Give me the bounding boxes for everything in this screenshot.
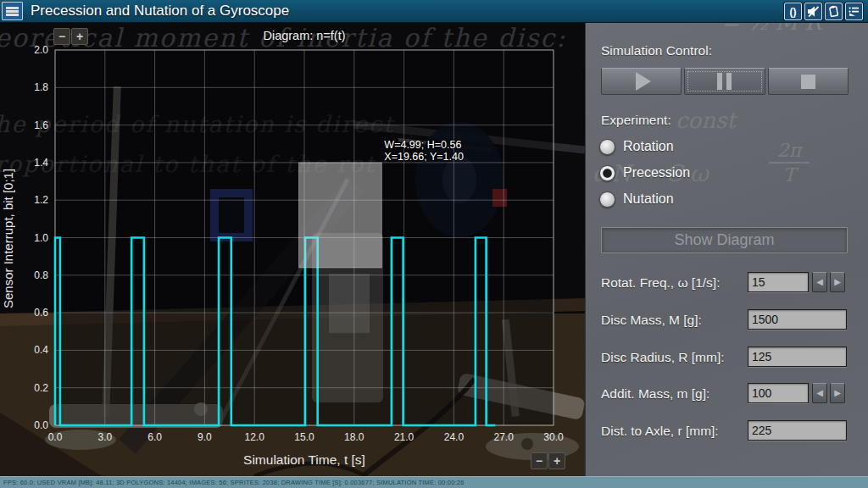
field-row-additional-mass: Addit. Mass, m [g]: ◀ ▶ — [601, 383, 849, 405]
y-tick-label: 0.4 — [34, 344, 48, 356]
radio-label: Precession — [623, 165, 690, 180]
field-label: Disc Radius, R [mm]: — [601, 350, 725, 365]
pause-button[interactable] — [684, 68, 765, 95]
application-window: eoretical moment of inertia of the disc:… — [0, 0, 868, 488]
radio-nutation[interactable]: Nutation — [599, 190, 674, 208]
status-text: FPS: 60.0; USED VRAM [MB]: 48.11; 3D POL… — [0, 477, 868, 486]
disc-mass-input[interactable] — [748, 309, 847, 330]
play-icon — [636, 72, 651, 91]
selection-tooltip-line1: W=4.99; H=0.56 — [384, 139, 461, 151]
y-tick-label: 1.6 — [34, 119, 48, 131]
sound-muted-icon — [807, 5, 820, 18]
chart-title: Diagram: n=f(t) — [54, 29, 554, 42]
radio-button-icon[interactable] — [599, 191, 615, 208]
zoom-out-button[interactable]: − — [531, 452, 548, 469]
title-bar: Precession and Nutation of a Gyroscope (… — [0, 0, 868, 23]
x-tick-label: 15.0 — [294, 431, 314, 443]
fraction-denominator: T — [769, 164, 810, 186]
y-tick-label: 0.2 — [34, 382, 48, 394]
selection-tooltip-line2: X=19.66; Y=1.40 — [384, 151, 464, 163]
radio-precession[interactable]: Precession — [599, 164, 690, 182]
background-formula: const — [676, 108, 736, 133]
field-label: Addit. Mass, m [g]: — [601, 386, 709, 402]
y-tick-label: 1.2 — [34, 194, 48, 206]
radio-button-icon[interactable] — [599, 165, 615, 181]
disc-radius-input[interactable] — [748, 347, 847, 367]
list-button[interactable] — [845, 3, 863, 20]
field-row-disc-mass: Disc Mass, M [g]: — [601, 309, 849, 331]
arrow-right-icon: ▶ — [834, 277, 841, 286]
transport-controls — [601, 68, 849, 95]
selection-rect[interactable] — [299, 163, 382, 268]
pause-icon — [717, 73, 732, 90]
increase-button[interactable]: ▶ — [830, 383, 845, 403]
clipboard-button[interactable] — [825, 3, 843, 20]
diagram-area: 0.03.06.09.012.015.018.021.024.027.030.0… — [0, 23, 585, 476]
hamburger-icon — [6, 7, 19, 9]
app-title: Precession and Nutation of a Gyroscope — [31, 0, 289, 23]
list-icon — [848, 5, 860, 18]
fraction-numerator: 2π — [769, 140, 810, 164]
arrow-right-icon: ▶ — [834, 388, 841, 397]
zoom-in-button[interactable]: + — [548, 452, 565, 469]
stop-button[interactable] — [768, 68, 849, 95]
increase-button[interactable]: ▶ — [830, 272, 845, 292]
field-label: Disc Mass, M [g]: — [601, 313, 702, 328]
y-tick-label: 1.0 — [34, 232, 48, 244]
simulation-control-label: Simulation Control: — [601, 43, 712, 58]
stop-icon — [801, 75, 815, 89]
clipboard-icon — [827, 5, 840, 18]
radio-label: Nutation — [623, 191, 674, 207]
field-label: Dist. to Axle, r [mm]: — [601, 424, 719, 439]
show-diagram-button[interactable]: Show Diagram — [601, 227, 848, 253]
arrow-left-icon: ◀ — [816, 388, 823, 397]
x-axis-label: Simulation Time, t [s] — [54, 452, 554, 468]
arrow-left-icon: ◀ — [816, 277, 823, 286]
control-panel: = ½·M·R² const ωN = C·ω 2π T Simulation … — [585, 23, 868, 476]
field-row-rotation-frequency: Rotat. Freq., ω [1/s]: ◀ ▶ — [601, 272, 849, 294]
x-tick-label: 24.0 — [444, 431, 465, 443]
zoom-out-button[interactable]: − — [53, 28, 70, 45]
x-tick-label: 27.0 — [494, 431, 515, 443]
field-label: Rotat. Freq., ω [1/s]: — [601, 275, 720, 291]
zoom-in-button[interactable]: + — [71, 28, 88, 45]
experiment-label: Experiment: — [601, 113, 671, 128]
y-axis-label: Sensor Interrupt, bit [0;1] — [0, 111, 15, 365]
y-tick-label: 0.6 — [34, 307, 48, 319]
plot: 0.03.06.09.012.015.018.021.024.027.030.0… — [0, 23, 585, 476]
code-icon: () — [790, 7, 797, 17]
code-button[interactable]: () — [784, 3, 802, 20]
status-bar: FPS: 60.0; USED VRAM [MB]: 48.11; 3D POL… — [0, 476, 868, 488]
additional-mass-input[interactable] — [748, 383, 809, 403]
y-tick-label: 1.8 — [34, 81, 48, 93]
field-row-disc-radius: Disc Radius, R [mm]: — [601, 347, 849, 369]
x-tick-label: 3.0 — [97, 431, 112, 443]
decrease-button[interactable]: ◀ — [812, 383, 827, 403]
y-tick-label: 2.0 — [34, 44, 48, 56]
mute-button[interactable] — [804, 3, 822, 20]
decrease-button[interactable]: ◀ — [812, 272, 827, 292]
hamburger-menu-button[interactable] — [2, 2, 23, 20]
y-tick-label: 1.4 — [34, 157, 48, 169]
y-tick-label: 0.8 — [34, 269, 48, 281]
distance-to-axle-input[interactable] — [748, 420, 847, 441]
rotation-frequency-input[interactable] — [748, 272, 809, 292]
y-tick-label: 0.0 — [34, 419, 48, 431]
x-tick-label: 21.0 — [394, 431, 415, 443]
x-tick-label: 6.0 — [147, 431, 162, 443]
x-tick-label: 9.0 — [198, 431, 212, 443]
x-tick-label: 18.0 — [344, 431, 364, 443]
radio-label: Rotation — [623, 139, 674, 154]
x-tick-label: 12.0 — [245, 431, 265, 443]
radio-button-icon[interactable] — [599, 139, 615, 155]
background-formula: = ½·M·R² — [721, 23, 830, 35]
background-formula: 2π T — [769, 140, 810, 186]
radio-rotation[interactable]: Rotation — [599, 137, 674, 156]
x-tick-label: 30.0 — [543, 431, 564, 443]
x-tick-label: 0.0 — [48, 431, 63, 443]
play-button[interactable] — [601, 68, 682, 95]
field-row-distance-to-axle: Dist. to Axle, r [mm]: — [601, 420, 849, 442]
